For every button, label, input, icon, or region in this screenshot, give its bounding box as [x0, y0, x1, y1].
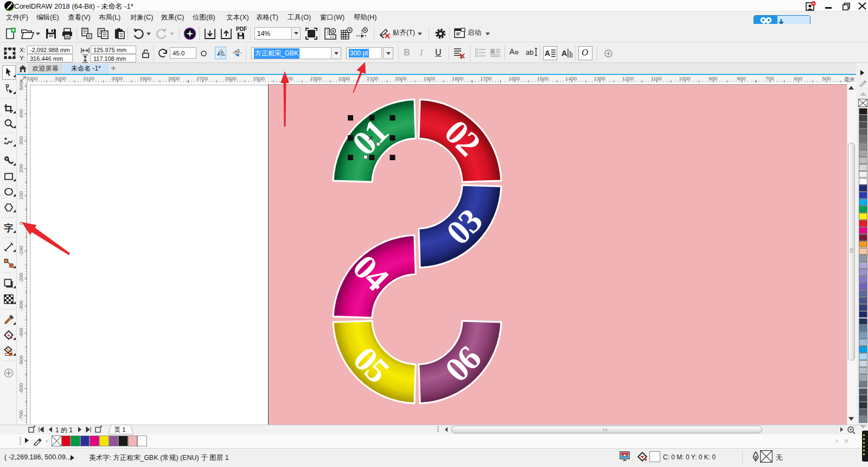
svg-text:A: A	[545, 49, 550, 58]
svg-text:字: 字	[4, 223, 14, 233]
svg-text:A: A	[561, 49, 567, 58]
svg-text:页 1: 页 1	[114, 426, 125, 433]
